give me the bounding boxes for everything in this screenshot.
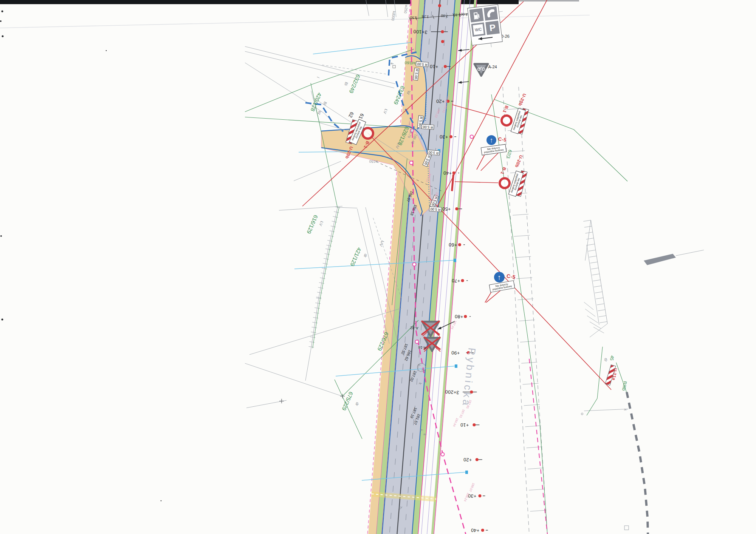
radius-label: R 5.00 [416,61,428,67]
chainage-label: +90 [451,350,460,355]
sign-d26-services: WC P [467,4,503,45]
wc-text: WC [475,27,482,32]
plan-sheet: 3+100+10+20+30+40+50+60+70+80+903+200+10… [0,0,756,534]
dimension-label: 1.10 [453,13,460,17]
utility-label: w150 [369,159,378,164]
sign-b1-no-entry [500,114,513,127]
chainage-label: +20 [436,99,445,104]
chainage-label: +50 [442,206,451,211]
chainage-label: +60 [448,242,457,247]
parcel-number: RIIIb [621,381,627,391]
map-text: A-16 [418,345,426,349]
dimension-label: 1.50 [410,16,417,20]
chainage-label: +20 [463,457,472,462]
map-text: dr [604,358,608,362]
sign-code-label: C-5 [498,136,507,142]
dimension-label: 7.00 [441,14,448,18]
dimension-label: 3.00 [460,12,468,17]
sign-b1-no-entry [499,177,511,189]
chainage-label: +80 [454,314,463,319]
chainage-label: +10 [460,422,469,428]
chainage-label: +70 [451,278,460,283]
utility-label: kd160 [404,61,415,65]
parking-icon: P [485,21,500,35]
sign-c5-straight-ahead: ↑ [486,135,496,145]
parcel-number: 45 [609,355,615,361]
plan-linework [0,0,756,534]
sign-b1-no-entry [361,127,374,140]
dimension-label: 1.28 [421,15,429,19]
chainage-label: +10 [429,64,438,69]
parking-letter: P [489,22,496,34]
map-text: A-24 [488,65,497,69]
wc-icon: WC [471,22,485,37]
chainage-label: 3+200 [445,389,459,395]
sign-code-label: C-5 [506,273,516,279]
chainage-label: +40 [471,528,479,533]
radius-label: R 5.00 [429,206,442,212]
sign-c5-straight-ahead: ↑ [494,272,505,282]
map-text: A-32 [410,326,418,330]
d26-icon-grid: WC P [469,6,500,37]
radius-label: R 5.00 [421,124,434,130]
telephone-icon [484,6,498,21]
chainage-label: +40 [443,170,452,176]
chainage-label: +30 [439,134,448,139]
fuel-station-icon [469,8,484,23]
chainage-label: 3+100 [413,29,428,34]
